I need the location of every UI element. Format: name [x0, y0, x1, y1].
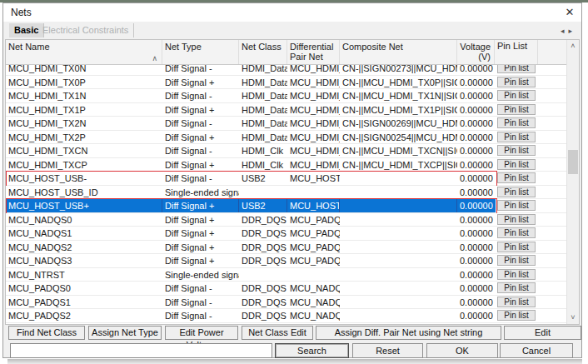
pin-list-button[interactable]: Pin list [497, 117, 536, 128]
edit-button[interactable]: Edit [504, 326, 581, 340]
table-row[interactable]: MCU_HOST_USB_IDSingle-ended signal0.0000… [6, 186, 566, 200]
pin-list-button[interactable]: Pin list [497, 269, 536, 280]
cell-composite-net: CN-||MCU_HDMI_TX1P||SIGN002 [340, 103, 457, 117]
cell-pin-list: Pin list [495, 213, 538, 227]
table-row[interactable]: MCU_HDMI_TX1NDiff Signal -HDMI_DataMCU_H… [6, 89, 566, 103]
pin-list-button[interactable]: Pin list [497, 297, 536, 307]
pin-list-button[interactable]: Pin list [497, 65, 536, 73]
pin-list-button[interactable]: Pin list [497, 104, 536, 115]
column-header-voltage[interactable]: Voltage (V) [457, 40, 495, 64]
pin-list-button[interactable]: Pin list [497, 214, 536, 225]
cell-differential-pair-net: MCU_HDMI_T [287, 103, 340, 117]
table-row[interactable]: MCU_HDMI_TX0NDiff Signal -HDMI_DataMCU_H… [6, 65, 566, 76]
pin-list-button[interactable]: Pin list [497, 172, 536, 183]
nets-table: Net Name ∧ Net Type Net Class Differenti… [5, 39, 580, 325]
pin-list-button[interactable]: Pin list [497, 242, 536, 252]
cell-composite-net [340, 199, 457, 212]
table-row[interactable]: MCU_HDMI_TX2PDiff Signal +HDMI_DataMCU_H… [6, 131, 566, 145]
table-header: Net Name ∧ Net Type Net Class Differenti… [6, 40, 566, 65]
pin-list-button[interactable]: Pin list [497, 90, 536, 101]
reset-button[interactable]: Reset [352, 343, 423, 358]
table-row[interactable]: MCU_HOST_USB+Diff Signal +USB2MCU_HOST_U… [6, 199, 566, 213]
pin-list-button[interactable]: Pin list [497, 77, 536, 87]
table-row[interactable]: MCU_HDMI_TX1PDiff Signal +HDMI_DataMCU_H… [6, 103, 566, 117]
cell-composite-net: CN-||SIGN00254||MCU_HDMI_TX [340, 131, 457, 144]
scroll-up-icon[interactable]: ˄ [567, 40, 579, 52]
pin-list-button[interactable]: Pin list [497, 187, 536, 197]
cell-net-type: Diff Signal - [162, 117, 239, 130]
table-row[interactable]: MCU_NADQS3Diff Signal +DDR_DQSMCU_PADQS3… [6, 254, 566, 268]
cell-differential-pair-net: MCU_NADQS1 [287, 296, 340, 309]
table-row[interactable]: MCU_HDMI_TXCNDiff Signal -HDMI_ClkMCU_HD… [6, 144, 566, 158]
cell-net-class [239, 186, 287, 199]
cell-net-name: MCU_HDMI_TX2P [6, 131, 162, 144]
pin-list-button[interactable]: Pin list [497, 255, 536, 266]
cell-net-name: MCU_HDMI_TX1N [6, 89, 162, 102]
cell-net-type: Diff Signal + [162, 241, 239, 254]
tab-scroll-arrows[interactable]: ◂▸ [561, 27, 576, 35]
pin-list-button[interactable]: Pin list [497, 200, 536, 211]
cell-net-name: MCU_HOST_USB_ID [6, 186, 162, 199]
pin-list-button[interactable]: Pin list [497, 310, 536, 321]
column-header-net-class[interactable]: Net Class [239, 40, 287, 64]
table-row[interactable]: MCU_HDMI_TX0PDiff Signal +HDMI_DataMCU_H… [6, 76, 566, 90]
cell-voltage: 0.00000 [457, 89, 495, 102]
cell-net-class: DDR_DQS [239, 296, 287, 309]
net-class-edit-button[interactable]: Net Class Edit [242, 326, 313, 340]
cell-net-name: MCU_HDMI_TX1P [6, 103, 162, 117]
cell-differential-pair-net: MCU_HDMI_T [287, 144, 340, 157]
cell-composite-net: CN-||SIGN00269||MCU_HDMI_TX [340, 117, 457, 130]
cell-net-name: MCU_NADQS3 [6, 254, 162, 267]
cell-net-name: MCU_HDMI_TXCP [6, 158, 162, 172]
edit-power-voltage-button[interactable]: Edit Power Voltage [165, 326, 238, 340]
table-row[interactable]: MCU_NTRSTSingle-ended signal0.00000Pin l… [6, 268, 566, 282]
cell-composite-net [340, 296, 457, 309]
table-row[interactable]: MCU_HOST_USB-Diff Signal -USB2MCU_HOST_U… [6, 172, 566, 186]
title-bar[interactable]: Nets ✕ [3, 3, 581, 22]
tab-next-icon[interactable]: ▸ [568, 27, 576, 35]
cell-differential-pair-net: MCU_HDMI_T [287, 117, 340, 130]
table-row[interactable]: MCU_PADQS0Diff Signal -DDR_DQSMCU_NADQS0… [6, 282, 566, 296]
table-row[interactable]: MCU_NADQS2Diff Signal +DDR_DQSMCU_PADQS2… [6, 241, 566, 255]
cell-voltage: 0.00000 [457, 199, 495, 212]
table-row[interactable]: MCU_NADQS0Diff Signal +DDR_DQSMCU_PADQS0… [6, 213, 566, 227]
table-row[interactable]: MCU_HDMI_TX2NDiff Signal -HDMI_DataMCU_H… [6, 117, 566, 131]
cell-filler [538, 268, 566, 282]
pin-list-button[interactable]: Pin list [497, 132, 536, 142]
column-header-net-type[interactable]: Net Type [162, 40, 239, 64]
column-header-net-name[interactable]: Net Name ∧ [6, 40, 162, 64]
cell-net-type: Single-ended signal [162, 268, 239, 282]
table-row[interactable]: MCU_HDMI_TXCPDiff Signal +HDMI_ClkMCU_HD… [6, 158, 566, 172]
table-row[interactable]: MCU_PADQS1Diff Signal -DDR_DQSMCU_NADQS1… [6, 296, 566, 310]
search-button[interactable]: Search [275, 343, 349, 358]
table-row[interactable]: MCU_NADQS1Diff Signal +DDR_DQSMCU_PADQS1… [6, 227, 566, 241]
cell-filler [538, 131, 566, 144]
pin-list-button[interactable]: Pin list [497, 227, 536, 238]
cell-voltage: 0.00000 [457, 254, 495, 267]
scrollbar-thumb[interactable] [568, 150, 578, 174]
cell-net-type: Diff Signal + [162, 254, 239, 267]
assign-diff-pair-net-button[interactable]: Assign Diff. Pair Net using Net string [316, 326, 501, 340]
column-header-pin-list[interactable]: Pin List [495, 40, 538, 64]
cell-voltage: 0.00000 [457, 268, 495, 282]
scroll-down-icon[interactable]: ˅ [567, 312, 579, 324]
cell-net-class: HDMI_Data [239, 65, 287, 75]
vertical-scrollbar[interactable]: ˄ ˅ [566, 40, 579, 324]
cell-net-type: Diff Signal + [162, 76, 239, 89]
search-input[interactable] [10, 343, 272, 358]
close-icon[interactable]: ✕ [562, 5, 577, 20]
cell-voltage: 0.00000 [457, 309, 495, 322]
assign-net-type-button[interactable]: Assign Net Type [88, 326, 162, 340]
cell-pin-list: Pin list [495, 103, 538, 117]
table-row[interactable]: MCU_PADQS2Diff Signal -DDR_DQSMCU_NADQS2… [6, 309, 566, 323]
column-header-composite-net[interactable]: Composite Net [340, 40, 457, 64]
column-header-differential-pair-net[interactable]: Differential Pair Net [287, 40, 340, 64]
sort-ascending-icon[interactable]: ∧ [152, 53, 157, 63]
cell-voltage: 0.00000 [457, 117, 495, 130]
ok-button[interactable]: OK [426, 343, 498, 358]
pin-list-button[interactable]: Pin list [497, 282, 536, 293]
cancel-button[interactable]: Cancel [500, 343, 573, 358]
pin-list-button[interactable]: Pin list [497, 159, 536, 170]
pin-list-button[interactable]: Pin list [497, 145, 536, 156]
find-net-class-button[interactable]: Find Net Class [8, 326, 85, 340]
